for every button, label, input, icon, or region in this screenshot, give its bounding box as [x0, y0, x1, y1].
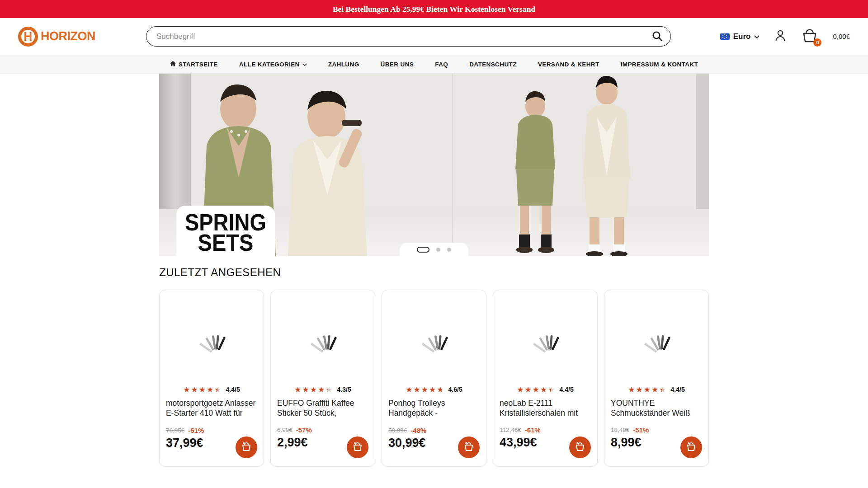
add-to-cart-icon	[574, 441, 586, 454]
brand-logo-text: HORIZON	[41, 29, 95, 44]
old-price: 112,46€	[500, 427, 521, 433]
page-content: SPRING SETS ZULETZT ANGESEHEN	[159, 74, 709, 467]
cart-count-badge: 0	[813, 38, 821, 47]
star-rating-icon: ★★★★★ ★★★★★	[294, 386, 333, 394]
add-to-cart-button[interactable]	[569, 436, 591, 458]
product-rating: ★★★★★ ★★★★★ 4.4/5	[166, 384, 257, 395]
promo-banner: Bei Bestellungen Ab 25,99€ Bieten Wir Ko…	[0, 0, 868, 18]
star-rating-icon: ★★★★★ ★★★★★	[628, 386, 667, 394]
discount-badge: -61%	[525, 426, 541, 434]
account-button[interactable]	[773, 28, 788, 44]
carousel-dots	[400, 243, 468, 256]
old-price: 59,99€	[388, 427, 407, 434]
product-image-placeholder	[277, 290, 368, 384]
add-to-cart-button[interactable]	[458, 436, 480, 458]
carousel-dot-3[interactable]	[447, 248, 451, 252]
cart-button[interactable]: 0	[801, 28, 818, 45]
loading-spinner-icon	[526, 318, 564, 356]
search-input[interactable]	[146, 26, 671, 47]
header: H HORIZON Euro	[0, 18, 868, 55]
product-card[interactable]: ★★★★★ ★★★★★ 4.6/5 Ponhog Trolleys Handge…	[382, 290, 486, 467]
currency-label: Euro	[733, 32, 751, 41]
nav-item-datenschutz[interactable]: DATENSCHUTZ	[469, 61, 517, 68]
star-rating-icon: ★★★★★ ★★★★★	[183, 386, 222, 394]
search-button[interactable]	[651, 30, 664, 43]
nav-item-zahlung[interactable]: ZAHLUNG	[328, 61, 359, 68]
currency-selector[interactable]: Euro	[720, 32, 760, 41]
cart-total: 0,00€	[833, 33, 850, 40]
rating-value: 4.4/5	[671, 386, 685, 393]
discount-badge: -48%	[410, 427, 426, 434]
nav-item-startseite[interactable]: STARTSEITE	[170, 61, 218, 68]
rating-value: 4.4/5	[560, 386, 574, 393]
product-image-placeholder	[166, 290, 257, 384]
nav-item-alle-kategorien[interactable]: ALLE KATEGORIEN	[239, 61, 307, 68]
carousel-dot-1-active[interactable]	[417, 247, 429, 253]
add-to-cart-icon	[685, 441, 697, 454]
old-price: 18,49€	[611, 427, 629, 433]
product-title[interactable]: YOUNTHYE Schmuckständer Weiß	[611, 399, 702, 418]
price-row: 6,99€ -57%	[277, 426, 368, 434]
product-card[interactable]: ★★★★★ ★★★★★ 4.4/5 neoLab E-2111 Kristall…	[493, 290, 598, 467]
rating-value: 4.6/5	[448, 386, 462, 393]
home-icon	[170, 61, 176, 68]
product-title[interactable]: motorsportgoetz Anlasser E-Starter 410 W…	[166, 399, 257, 418]
product-title[interactable]: neoLab E-2111 Kristallisierschalen mit	[500, 399, 591, 418]
product-rating: ★★★★★ ★★★★★ 4.4/5	[611, 384, 702, 395]
add-to-cart-button[interactable]	[347, 436, 368, 458]
price-row: 76,95€ -51%	[166, 427, 257, 434]
price-row: 59,99€ -48%	[388, 427, 480, 434]
hero-title-line2: SETS	[176, 231, 275, 254]
product-rating: ★★★★★ ★★★★★ 4.3/5	[277, 384, 368, 395]
star-rating-icon: ★★★★★ ★★★★★	[517, 386, 556, 394]
rating-value: 4.4/5	[226, 386, 240, 393]
product-card[interactable]: ★★★★★ ★★★★★ 4.3/5 EUFFO Graffiti Kaffee …	[270, 290, 375, 467]
product-title[interactable]: EUFFO Graffiti Kaffee Sticker 50 Stück,	[277, 399, 368, 418]
header-actions: Euro 0 0,00€	[720, 28, 850, 45]
rating-value: 4.3/5	[337, 386, 351, 393]
product-image-placeholder	[388, 290, 480, 384]
discount-badge: -57%	[296, 426, 312, 434]
star-rating-icon: ★★★★★ ★★★★★	[406, 386, 444, 394]
brand-logo-icon: H	[18, 27, 38, 47]
search-icon	[651, 37, 663, 43]
loading-spinner-icon	[193, 318, 231, 356]
hero-slide-caption: SPRING SETS	[176, 206, 275, 256]
carousel-dot-2[interactable]	[436, 248, 440, 252]
product-image-placeholder	[611, 290, 702, 384]
discount-badge: -51%	[188, 427, 204, 434]
main-nav: STARTSEITE ALLE KATEGORIEN ZAHLUNG ÜBER …	[0, 55, 868, 74]
product-card-row: ★★★★★ ★★★★★ 4.4/5 motorsportgoetz Anlass…	[159, 290, 709, 467]
add-to-cart-button[interactable]	[680, 436, 702, 458]
add-to-cart-icon	[463, 441, 475, 454]
search-bar	[146, 26, 671, 47]
user-icon	[773, 38, 788, 44]
product-image-placeholder	[500, 290, 591, 384]
price-row: 18,49€ -51%	[611, 426, 702, 434]
product-rating: ★★★★★ ★★★★★ 4.4/5	[500, 384, 591, 395]
hero-carousel[interactable]: SPRING SETS	[159, 74, 709, 256]
brand-logo[interactable]: H HORIZON	[18, 27, 146, 47]
chevron-down-icon	[754, 33, 760, 41]
loading-spinner-icon	[304, 318, 342, 356]
add-to-cart-icon	[241, 441, 252, 454]
old-price: 76,95€	[166, 427, 184, 434]
loading-spinner-icon	[637, 318, 675, 356]
nav-item-versand-kehrt[interactable]: VERSAND & KEHRT	[538, 61, 599, 68]
add-to-cart-button[interactable]	[236, 436, 257, 458]
product-title[interactable]: Ponhog Trolleys Handgepäck - Weichschale	[388, 399, 480, 418]
product-card[interactable]: ★★★★★ ★★★★★ 4.4/5 YOUNTHYE Schmuckstände…	[604, 290, 709, 467]
nav-item-ueber-uns[interactable]: ÜBER UNS	[381, 61, 414, 68]
product-card[interactable]: ★★★★★ ★★★★★ 4.4/5 motorsportgoetz Anlass…	[159, 290, 264, 467]
promo-banner-text: Bei Bestellungen Ab 25,99€ Bieten Wir Ko…	[333, 5, 535, 14]
brand-logo-letter: H	[24, 30, 33, 43]
nav-item-impressum-kontakt[interactable]: IMPRESSUM & KONTAKT	[621, 61, 698, 68]
loading-spinner-icon	[415, 318, 453, 356]
eu-flag-icon	[720, 33, 730, 40]
price-row: 112,46€ -61%	[500, 426, 591, 434]
product-rating: ★★★★★ ★★★★★ 4.6/5	[388, 384, 480, 395]
discount-badge: -51%	[633, 426, 649, 434]
old-price: 6,99€	[277, 427, 292, 433]
nav-item-faq[interactable]: FAQ	[435, 61, 448, 68]
add-to-cart-icon	[352, 441, 363, 454]
